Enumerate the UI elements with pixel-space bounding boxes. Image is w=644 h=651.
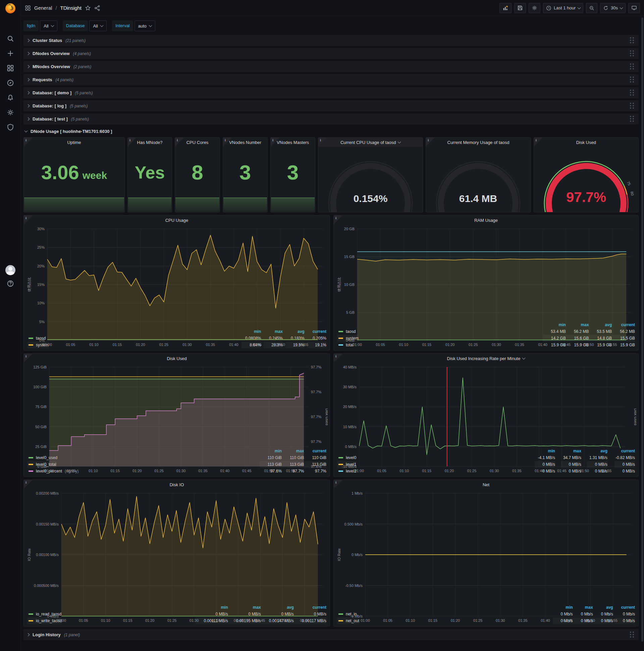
disk-used-plot[interactable]: 0 GiB25 GiB50 GiB75 GiB100 GiB125 GiB97.… xyxy=(26,363,328,447)
server-admin-shield-icon[interactable] xyxy=(7,123,14,131)
search-icon[interactable] xyxy=(7,35,14,42)
net-plot[interactable]: -1 Mb/s-0.50 Mb/s0 Mb/s0.500 Mb/s1 Mb/s0… xyxy=(336,489,636,604)
cycle-view-tv-button[interactable] xyxy=(628,3,640,13)
memory-usage-gauge[interactable]: 0158961.4 MB xyxy=(426,147,530,212)
disk-rate-plot[interactable]: -10 MB/s0 MB/s10 MB/s20 MB/s30 MB/s40 MB… xyxy=(336,363,636,447)
user-avatar[interactable] xyxy=(5,265,15,275)
vnodes-number-sparkline xyxy=(223,198,267,212)
panel-title[interactable]: Disk Used xyxy=(24,354,330,363)
row-drag-handle[interactable] xyxy=(630,63,631,65)
panel-info-icon[interactable]: i xyxy=(334,215,343,224)
dashboards-icon[interactable] xyxy=(7,64,14,72)
row-drag-handle[interactable] xyxy=(630,76,631,78)
page-scrollbar[interactable] xyxy=(641,18,643,642)
panel-title[interactable]: Disk IO xyxy=(24,480,330,489)
panel-info-icon[interactable]: i xyxy=(426,137,435,146)
svg-text:01:35: 01:35 xyxy=(206,343,215,347)
panel-info-icon[interactable]: i xyxy=(24,480,33,489)
svg-text:01:35: 01:35 xyxy=(212,618,221,622)
star-icon[interactable] xyxy=(85,5,91,11)
row-drag-handle[interactable] xyxy=(630,631,631,633)
variable-select-interval[interactable]: auto xyxy=(134,21,155,31)
row-drag-handle[interactable] xyxy=(630,50,631,52)
row-drag-handle[interactable] xyxy=(630,116,631,117)
zoom-out-time-button[interactable] xyxy=(586,3,598,13)
grafana-logo[interactable] xyxy=(4,2,17,14)
panel-title[interactable]: Current Memory Usage of taosd xyxy=(426,137,530,147)
svg-text:0.000500 MB/s: 0.000500 MB/s xyxy=(34,584,59,588)
panel-info-icon[interactable]: i xyxy=(24,354,33,363)
row-drag-handle[interactable] xyxy=(630,90,631,91)
cpu-usage-plot[interactable]: 0%5%10%15%20%25%30%01:0001:0501:1001:150… xyxy=(26,225,328,328)
panel-info-icon[interactable]: i xyxy=(175,137,184,146)
panel-disk-rate: i Disk Used Increasing Rate per Minute -… xyxy=(333,353,639,477)
row-title: Database: [ test ] xyxy=(33,117,68,122)
svg-text:40 MB/s: 40 MB/s xyxy=(343,365,357,369)
panel-title[interactable]: Net xyxy=(334,480,638,489)
row-title: Database: [ log ] xyxy=(33,103,66,108)
panel-title[interactable]: Uptime xyxy=(24,137,124,147)
panel-info-icon[interactable]: i xyxy=(334,480,343,489)
panel-info-icon[interactable]: i xyxy=(24,215,33,224)
svg-text:97.6%: 97.6% xyxy=(311,464,321,468)
panel-title[interactable]: Current CPU Usage of taosd xyxy=(318,137,423,147)
panel-info-icon[interactable]: i xyxy=(24,137,33,146)
row-title: Requests xyxy=(33,77,52,82)
panel-info-icon[interactable]: i xyxy=(271,137,280,146)
svg-text:97.7%: 97.7% xyxy=(311,415,321,419)
panel-ram-usage: i RAM Usage 0 MB5 GB10 GB15 GB20 GB01:00… xyxy=(333,215,639,351)
row-drag-handle[interactable] xyxy=(630,37,631,39)
disk-io-plot[interactable]: 0 MB/s0.000500 MB/s0.00100 MB/s0.00150 M… xyxy=(26,489,328,604)
help-icon[interactable] xyxy=(7,280,14,287)
row-panel-count: (5 panels) xyxy=(70,104,88,108)
svg-text:01:00: 01:00 xyxy=(44,469,54,473)
ram-usage-plot[interactable]: 0 MB5 GB10 GB15 GB20 GB01:0001:0501:1001… xyxy=(336,225,636,321)
disk-used-gauge[interactable]: 075809510097.7% xyxy=(534,147,638,212)
svg-text:01:00: 01:00 xyxy=(353,343,362,347)
svg-text:75 GiB: 75 GiB xyxy=(35,405,46,409)
save-dashboard-button[interactable] xyxy=(514,3,526,13)
row-drag-handle[interactable] xyxy=(630,103,631,104)
explore-compass-icon[interactable] xyxy=(7,79,14,87)
row-database-demo[interactable]: Database: [ demo ] (5 panels) xyxy=(24,87,639,98)
create-plus-icon[interactable] xyxy=(7,50,14,57)
panel-cpu-usage: i CPU Usage 0%5%10%15%20%25%30%01:0001:0… xyxy=(24,215,330,351)
share-icon[interactable] xyxy=(94,5,100,11)
row-database-test[interactable]: Database: [ test ] (5 panels) xyxy=(24,114,639,124)
add-panel-button[interactable] xyxy=(500,3,512,13)
row-cluster-status[interactable]: Cluster Status (21 panels) xyxy=(24,35,639,46)
svg-text:01:30: 01:30 xyxy=(492,343,501,347)
dashboard-settings-button[interactable] xyxy=(528,3,540,13)
row-dnodes-overview[interactable]: DNodes Overview (4 panels) xyxy=(24,48,639,59)
row-database-log[interactable]: Database: [ log ] (5 panels) xyxy=(24,100,639,112)
row-dnode-usage[interactable]: DNode Usage [ huolinhe-TM1701:6030 ] xyxy=(24,126,639,136)
variable-select-fqdn[interactable]: All xyxy=(40,21,57,31)
svg-text:01:25: 01:25 xyxy=(159,343,169,347)
panel-info-icon[interactable]: i xyxy=(534,137,543,146)
breadcrumb-section[interactable]: General xyxy=(34,5,52,11)
svg-text:10 MB/s: 10 MB/s xyxy=(343,425,357,429)
configuration-gear-icon[interactable] xyxy=(7,109,14,116)
alerting-bell-icon[interactable] xyxy=(7,94,14,101)
time-range-picker[interactable]: Last 1 hour xyxy=(543,3,583,13)
svg-text:01:05: 01:05 xyxy=(377,469,386,473)
row-login-history[interactable]: Login History (1 panel) xyxy=(24,629,639,640)
panel-title[interactable]: RAM Usage xyxy=(334,215,638,225)
row-mnodes-overview[interactable]: MNodes Overview (2 panels) xyxy=(24,61,639,72)
panel-info-icon[interactable]: i xyxy=(128,137,136,146)
svg-text:01:45: 01:45 xyxy=(242,469,252,473)
panel-title[interactable]: CPU Usage xyxy=(24,215,330,225)
panel-title[interactable]: Disk Used xyxy=(534,137,638,147)
dashboard-title[interactable]: TDinsight xyxy=(60,5,82,11)
panel-info-icon[interactable]: i xyxy=(318,137,327,146)
cpu-usage-gauge[interactable]: 01000.154% xyxy=(318,147,423,212)
panel-info-icon[interactable]: i xyxy=(223,137,232,146)
row-requests[interactable]: Requests (4 panels) xyxy=(24,74,639,85)
svg-text:Disk Used: Disk Used xyxy=(325,408,328,425)
panel-info-icon[interactable]: i xyxy=(334,354,343,363)
variable-label-fqdn: fqdn xyxy=(24,21,39,31)
panel-title[interactable]: Disk Used Increasing Rate per Minute xyxy=(334,354,638,363)
variable-select-database[interactable]: All xyxy=(89,21,106,31)
dashboard-grid-icon[interactable] xyxy=(25,5,31,11)
refresh-button[interactable]: 30s xyxy=(600,3,625,13)
